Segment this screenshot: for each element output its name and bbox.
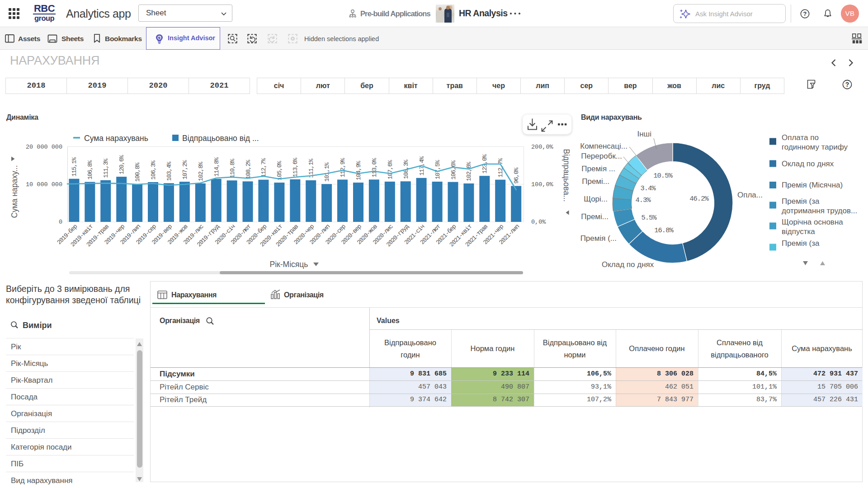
svg-text:Переробк...: Переробк... <box>581 152 622 160</box>
svg-text:Премі...: Премі... <box>581 212 609 221</box>
svg-text:Премія ...: Премія ... <box>581 164 615 173</box>
svg-text:5.5%: 5.5% <box>641 214 657 222</box>
svg-text:Премія (за: Премія (за <box>782 197 820 206</box>
svg-text:Премія (Місячна): Премія (Місячна) <box>782 181 843 189</box>
svg-text:відпустка: відпустка <box>782 227 815 236</box>
svg-text:годинному тарифу: годинному тарифу <box>782 143 848 151</box>
svg-text:Опла...: Опла... <box>737 191 763 199</box>
svg-text:10.5%: 10.5% <box>653 172 673 180</box>
svg-text:Інші: Інші <box>637 130 651 138</box>
svg-text:Оклад по днях: Оклад по днях <box>602 260 654 269</box>
svg-text:4.3%: 4.3% <box>635 196 651 204</box>
svg-text:Щорі...: Щорі... <box>584 195 608 203</box>
svg-text:Види нарахувань: Види нарахувань <box>581 113 642 121</box>
svg-text:Щорічна основна: Щорічна основна <box>782 218 843 226</box>
svg-text:Премія (за: Премія (за <box>782 239 820 248</box>
svg-text:Оклад по днях: Оклад по днях <box>782 160 834 168</box>
svg-text:46.2%: 46.2% <box>689 195 709 203</box>
svg-text:16.8%: 16.8% <box>654 226 674 235</box>
svg-text:Премі...: Премі... <box>582 177 609 186</box>
svg-text:дотримання трудов...: дотримання трудов... <box>782 206 857 215</box>
svg-text:Оплата по: Оплата по <box>782 133 819 142</box>
svg-text:3.4%: 3.4% <box>640 184 656 192</box>
svg-text:Компенсаці...: Компенсаці... <box>580 142 627 150</box>
svg-text:Премія (...: Премія (... <box>580 234 617 243</box>
